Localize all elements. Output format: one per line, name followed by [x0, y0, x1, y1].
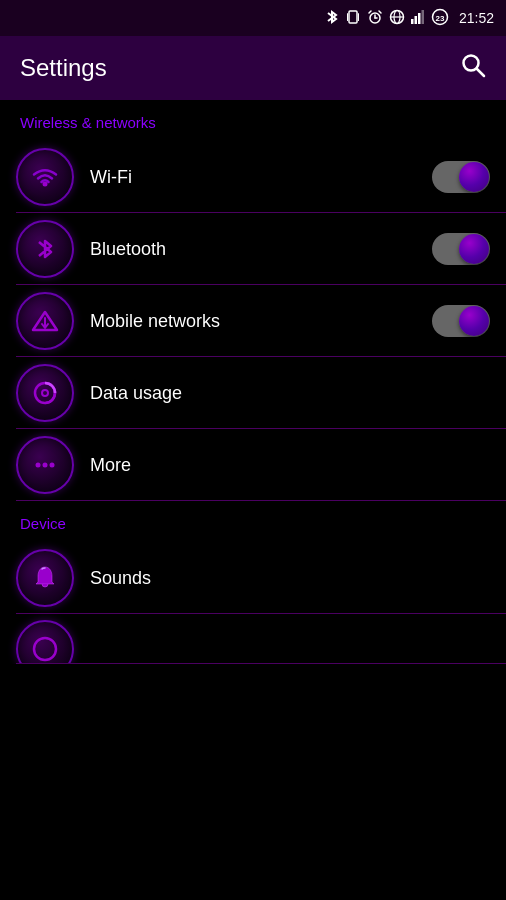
- svg-line-6: [369, 11, 371, 13]
- mobile-networks-toggle-knob: [459, 306, 489, 336]
- search-button[interactable]: [460, 52, 486, 84]
- mobile-networks-label: Mobile networks: [90, 311, 432, 332]
- alarm-status-icon: [367, 9, 383, 28]
- svg-point-27: [50, 463, 55, 468]
- sounds-icon-container: [16, 549, 74, 607]
- svg-rect-13: [418, 13, 421, 24]
- svg-line-7: [379, 11, 381, 13]
- svg-rect-1: [347, 13, 348, 21]
- globe-status-icon: [389, 9, 405, 28]
- svg-line-18: [477, 69, 485, 77]
- more-label: More: [90, 455, 490, 476]
- data-usage-item[interactable]: Data usage: [0, 357, 506, 429]
- wifi-item[interactable]: Wi-Fi: [0, 141, 506, 213]
- bluetooth-toggle[interactable]: [432, 233, 490, 265]
- mobile-networks-icon-container: [16, 292, 74, 350]
- svg-point-25: [36, 463, 41, 468]
- mobile-networks-item[interactable]: Mobile networks: [0, 285, 506, 357]
- app-header: Settings: [0, 36, 506, 100]
- wifi-toggle-knob: [459, 162, 489, 192]
- bluetooth-status-icon: [325, 9, 339, 28]
- bluetooth-icon-container: [16, 220, 74, 278]
- partial-icon-container: [16, 620, 74, 664]
- bluetooth-toggle-knob: [459, 234, 489, 264]
- svg-rect-14: [421, 10, 424, 24]
- more-icon-container: [16, 436, 74, 494]
- bluetooth-item[interactable]: Bluetooth: [0, 213, 506, 285]
- battery-circle-icon: 23: [431, 8, 449, 29]
- status-time: 21:52: [459, 10, 494, 26]
- wifi-label: Wi-Fi: [90, 167, 432, 188]
- svg-rect-12: [414, 16, 417, 24]
- svg-point-28: [34, 638, 56, 660]
- signal-status-icon: [411, 10, 425, 27]
- bluetooth-label: Bluetooth: [90, 239, 432, 260]
- data-usage-label: Data usage: [90, 383, 490, 404]
- page-title: Settings: [20, 54, 107, 82]
- wifi-toggle[interactable]: [432, 161, 490, 193]
- more-item[interactable]: More: [0, 429, 506, 501]
- sounds-label: Sounds: [90, 568, 490, 589]
- data-usage-icon-container: [16, 364, 74, 422]
- wifi-icon-container: [16, 148, 74, 206]
- svg-point-19: [43, 182, 48, 187]
- svg-point-26: [43, 463, 48, 468]
- svg-rect-11: [411, 19, 414, 24]
- sounds-item[interactable]: Sounds: [0, 542, 506, 614]
- svg-rect-2: [358, 13, 359, 21]
- partial-item[interactable]: [0, 614, 506, 664]
- status-bar: 23 21:52: [0, 0, 506, 36]
- svg-rect-0: [349, 11, 357, 23]
- vibrate-status-icon: [345, 10, 361, 27]
- svg-text:23: 23: [436, 14, 445, 23]
- wireless-section-header: Wireless & networks: [0, 100, 506, 141]
- device-section-header: Device: [0, 501, 506, 542]
- svg-point-24: [42, 390, 48, 396]
- mobile-networks-toggle[interactable]: [432, 305, 490, 337]
